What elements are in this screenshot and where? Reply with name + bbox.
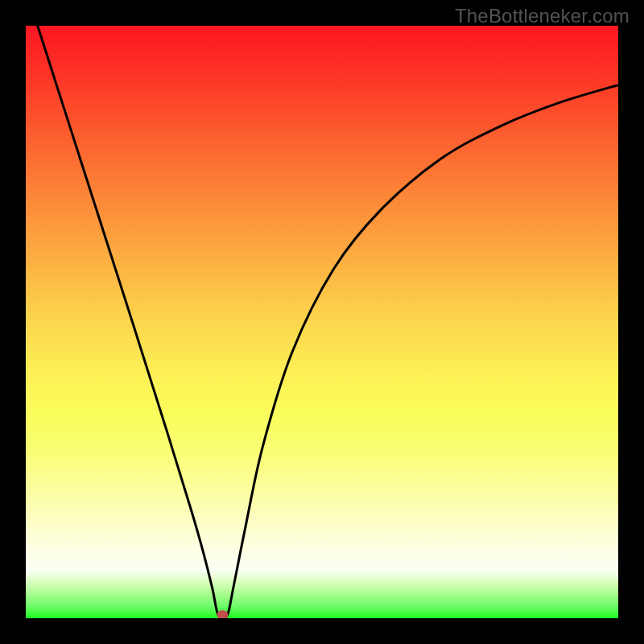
plot-svg bbox=[26, 26, 618, 618]
watermark-text: TheBottleneker.com bbox=[455, 5, 630, 27]
optimal-marker bbox=[217, 610, 228, 618]
plot-area bbox=[26, 26, 618, 618]
chart-frame: TheBottleneker.com bbox=[0, 0, 644, 644]
bottleneck-curve bbox=[38, 26, 618, 618]
